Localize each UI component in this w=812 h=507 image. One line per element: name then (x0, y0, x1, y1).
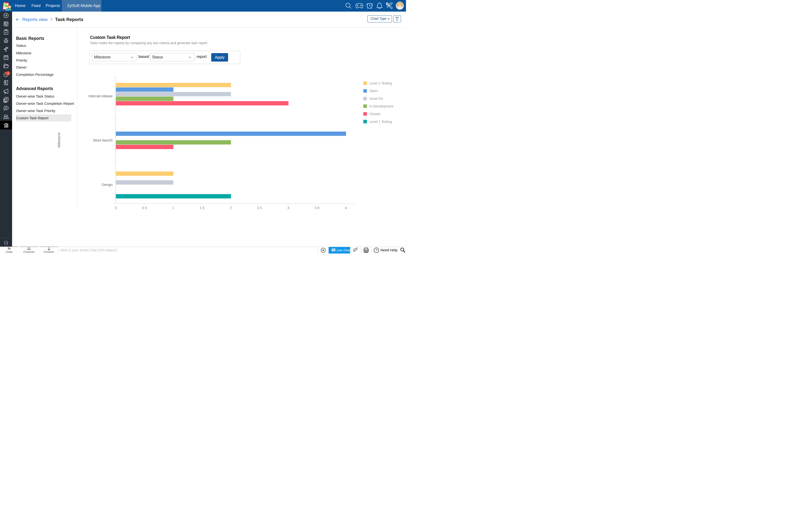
svg-text:Closed: Closed (369, 112, 380, 116)
svg-text:Level 2 Testing: Level 2 Testing (369, 81, 392, 85)
svg-text:?: ? (375, 248, 377, 252)
svg-text:1: 1 (172, 206, 174, 210)
svg-text:1.5: 1.5 (200, 206, 205, 210)
svg-text:4: 4 (345, 206, 347, 210)
svg-text:Level 1 Testing: Level 1 Testing (369, 120, 392, 124)
svg-text:Issue Fix: Issue Fix (369, 97, 383, 101)
svg-text:3: 3 (287, 206, 289, 210)
svg-text:Open: Open (369, 89, 378, 93)
svg-text:0.5: 0.5 (142, 206, 147, 210)
svg-text:Milestone: Milestone (57, 132, 61, 148)
svg-text:0: 0 (115, 206, 117, 210)
svg-text:Internal release: Internal release (89, 94, 113, 98)
svg-text:In Development: In Development (369, 104, 394, 108)
svg-text:Design: Design (102, 182, 113, 187)
svg-text:2: 2 (230, 206, 232, 210)
svg-text:2.5: 2.5 (257, 206, 262, 210)
svg-text:3.5: 3.5 (315, 206, 320, 210)
svg-text:Store launch: Store launch (93, 138, 113, 142)
